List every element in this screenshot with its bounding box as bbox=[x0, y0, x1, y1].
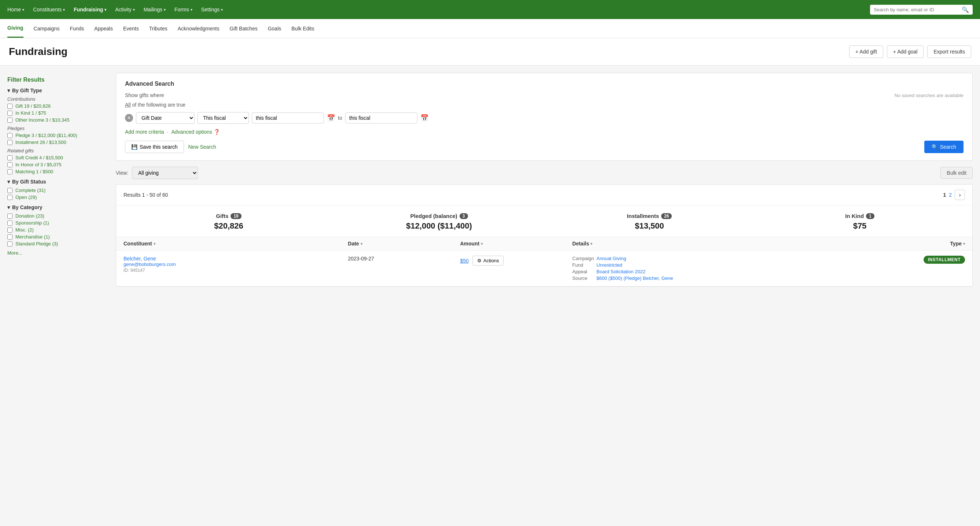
sub-nav-tributes[interactable]: Tributes bbox=[149, 20, 167, 37]
results-count: Results 1 - 50 of 60 bbox=[124, 192, 168, 198]
filter-other-income-checkbox[interactable] bbox=[7, 118, 13, 123]
filter-in-honor-link[interactable]: In Honor of 3 / $5,075 bbox=[15, 162, 62, 167]
criteria-value-from[interactable] bbox=[252, 113, 324, 124]
filter-inkind-checkbox[interactable] bbox=[7, 111, 13, 116]
filter-installment-checkbox[interactable] bbox=[7, 140, 13, 145]
gift-amount-link[interactable]: $50 bbox=[460, 258, 468, 264]
filter-donation-link[interactable]: Donation (23) bbox=[15, 213, 45, 219]
col-details[interactable]: Details ▾ bbox=[573, 241, 797, 246]
nav-fundraising[interactable]: Fundraising ▾ bbox=[74, 6, 106, 13]
filter-donation-checkbox[interactable] bbox=[7, 213, 13, 219]
filter-more-link[interactable]: More... bbox=[7, 250, 22, 256]
add-gift-button[interactable]: + Add gift bbox=[849, 45, 883, 58]
filter-matching-link[interactable]: Matching 1 / $500 bbox=[15, 169, 53, 174]
summary-installments: Installments 26 $13,500 bbox=[544, 213, 755, 231]
sub-nav-events[interactable]: Events bbox=[123, 20, 139, 37]
details-campaign: Campaign Annual Giving bbox=[573, 256, 797, 261]
calendar-from-icon[interactable]: 📅 bbox=[327, 114, 335, 122]
filter-in-honor-checkbox[interactable] bbox=[7, 162, 13, 167]
top-nav-search-input[interactable] bbox=[874, 7, 959, 13]
filter-soft-credit: Soft Credit 4 / $15,500 bbox=[7, 155, 110, 161]
sort-type-icon: ▾ bbox=[963, 242, 965, 246]
search-button[interactable]: 🔍 Search bbox=[924, 141, 964, 153]
col-constituent[interactable]: Constituent ▾ bbox=[124, 241, 348, 246]
col-date[interactable]: Date ▾ bbox=[348, 241, 460, 246]
advanced-options-button[interactable]: Advanced options ❓ bbox=[171, 129, 220, 135]
filter-installment-link[interactable]: Installment 26 / $13,500 bbox=[15, 140, 66, 145]
filter-matching-checkbox[interactable] bbox=[7, 169, 13, 174]
filter-gift: Gift 19 / $20,826 bbox=[7, 103, 110, 109]
sub-nav-gift-batches[interactable]: Gift Batches bbox=[229, 20, 257, 37]
filter-inkind-link[interactable]: In Kind 1 / $75 bbox=[15, 110, 46, 116]
nav-mailings[interactable]: Mailings ▾ bbox=[144, 6, 165, 13]
sub-nav-giving[interactable]: Giving bbox=[7, 19, 24, 38]
constituent-name-link[interactable]: Belcher, Gene bbox=[124, 256, 348, 262]
col-type[interactable]: Type ▾ bbox=[797, 241, 965, 246]
table-row: Belcher, Gene gene@bobsburgers.com ID: 9… bbox=[116, 251, 972, 286]
next-page-button[interactable]: › bbox=[955, 190, 965, 200]
nav-constituents[interactable]: Constituents ▾ bbox=[33, 6, 65, 13]
filter-pledge-link[interactable]: Pledge 3 / $12,000 ($11,400) bbox=[15, 133, 77, 138]
calendar-to-icon[interactable]: 📅 bbox=[420, 114, 428, 122]
save-search-button[interactable]: 💾 Save this search bbox=[125, 141, 184, 153]
view-select[interactable]: All giving Gifts only Pledges only bbox=[132, 167, 198, 179]
gear-icon: ⚙ bbox=[477, 258, 482, 263]
campaign-link[interactable]: Annual Giving bbox=[597, 256, 626, 261]
filter-gift-status-header[interactable]: ▾ By Gift Status bbox=[7, 179, 110, 184]
nav-home[interactable]: Home ▾ bbox=[7, 6, 24, 13]
sub-nav-bulk-edits[interactable]: Bulk Edits bbox=[291, 20, 314, 37]
filter-category-header[interactable]: ▾ By Category bbox=[7, 204, 110, 210]
filter-soft-credit-link[interactable]: Soft Credit 4 / $15,500 bbox=[15, 155, 63, 161]
save-icon: 💾 bbox=[131, 144, 137, 150]
constituent-email-link[interactable]: gene@bobsburgers.com bbox=[124, 262, 348, 267]
filter-gift-link[interactable]: Gift 19 / $20,826 bbox=[15, 103, 51, 109]
page-2-link[interactable]: 2 bbox=[949, 192, 952, 198]
filter-standard-pledge-checkbox[interactable] bbox=[7, 242, 13, 246]
col-amount[interactable]: Amount ▾ bbox=[460, 241, 572, 246]
main-content: Advanced Search Show gifts where No save… bbox=[116, 73, 973, 526]
sub-nav-appeals[interactable]: Appeals bbox=[94, 20, 113, 37]
sub-nav-funds[interactable]: Funds bbox=[70, 20, 84, 37]
all-following-label: All of the following are true bbox=[125, 102, 964, 108]
criteria-field-select[interactable]: Gift Date bbox=[136, 112, 195, 124]
filter-soft-credit-checkbox[interactable] bbox=[7, 155, 13, 161]
bulk-edit-button[interactable]: Bulk edit bbox=[940, 167, 973, 179]
criteria-filter-select[interactable]: This fiscal bbox=[197, 112, 249, 124]
remove-criteria-button[interactable]: ✕ bbox=[125, 114, 133, 122]
filter-complete-link[interactable]: Complete (31) bbox=[15, 188, 45, 193]
filter-sponsorship-link[interactable]: Sponsorship (1) bbox=[15, 220, 49, 226]
sub-nav-goals[interactable]: Goals bbox=[268, 20, 282, 37]
inkind-amount: $75 bbox=[755, 221, 965, 231]
fund-link[interactable]: Unrestricted bbox=[597, 262, 622, 268]
source-link[interactable]: $600 ($500) (Pledge) Belcher, Gene bbox=[597, 275, 673, 281]
filter-gift-checkbox[interactable] bbox=[7, 104, 13, 109]
filter-pledge-checkbox[interactable] bbox=[7, 133, 13, 138]
search-actions: 💾 Save this search New Search 🔍 Search bbox=[125, 141, 964, 153]
filter-gift-type-header[interactable]: ▾ By Gift Type bbox=[7, 87, 110, 94]
new-search-link[interactable]: New Search bbox=[188, 144, 216, 150]
filter-complete-checkbox[interactable] bbox=[7, 188, 13, 193]
filter-misc-link[interactable]: Misc. (2) bbox=[15, 227, 34, 233]
filter-open-link[interactable]: Open (29) bbox=[15, 194, 37, 200]
filter-sponsorship-checkbox[interactable] bbox=[7, 221, 13, 226]
main-layout: Filter Results ▾ By Gift Type Contributi… bbox=[0, 65, 980, 526]
filter-merchandise-checkbox[interactable] bbox=[7, 234, 13, 240]
add-more-criteria-link[interactable]: Add more criteria bbox=[125, 129, 164, 135]
criteria-value-to[interactable] bbox=[345, 113, 417, 124]
appeal-link[interactable]: Board Solicitation 2022 bbox=[597, 269, 646, 274]
actions-button[interactable]: ⚙ Actions bbox=[473, 256, 504, 265]
filter-standard-pledge-link[interactable]: Standard Pledge (3) bbox=[15, 241, 58, 246]
nav-forms[interactable]: Forms ▾ bbox=[175, 6, 192, 13]
summary-gifts: Gifts 19 $20,826 bbox=[124, 213, 334, 231]
filter-merchandise-link[interactable]: Merchandise (1) bbox=[15, 234, 50, 240]
filter-other-income-link[interactable]: Other Income 3 / $10,345 bbox=[15, 117, 69, 123]
filter-open-checkbox[interactable] bbox=[7, 195, 13, 200]
export-results-button[interactable]: Export results bbox=[927, 45, 971, 58]
nav-activity[interactable]: Activity ▾ bbox=[115, 6, 135, 13]
sub-nav-campaigns[interactable]: Campaigns bbox=[34, 20, 60, 37]
filter-misc-checkbox[interactable] bbox=[7, 227, 13, 233]
sub-nav-acknowledgments[interactable]: Acknowledgments bbox=[178, 20, 220, 37]
add-goal-button[interactable]: + Add goal bbox=[887, 45, 924, 58]
nav-settings[interactable]: Settings ▾ bbox=[201, 6, 223, 13]
advanced-search-box: Advanced Search Show gifts where No save… bbox=[116, 73, 973, 161]
